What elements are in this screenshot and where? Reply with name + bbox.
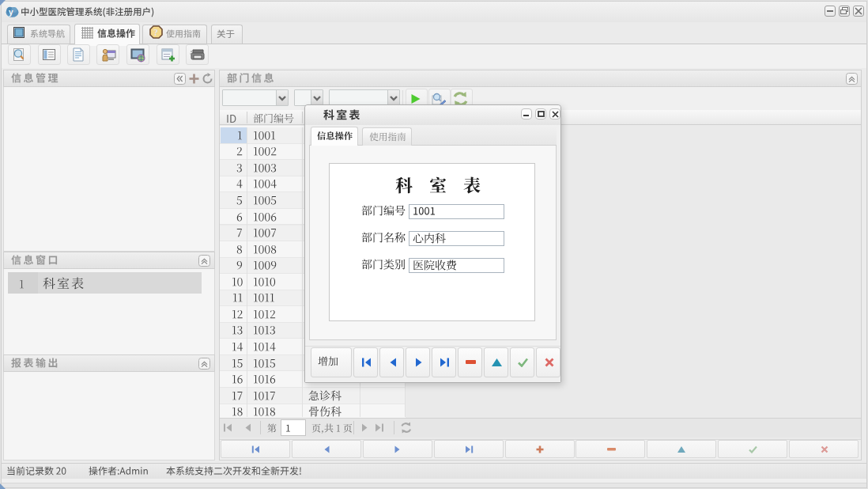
- svg-text:?: ?: [153, 28, 158, 37]
- svg-text:y: y: [9, 8, 13, 17]
